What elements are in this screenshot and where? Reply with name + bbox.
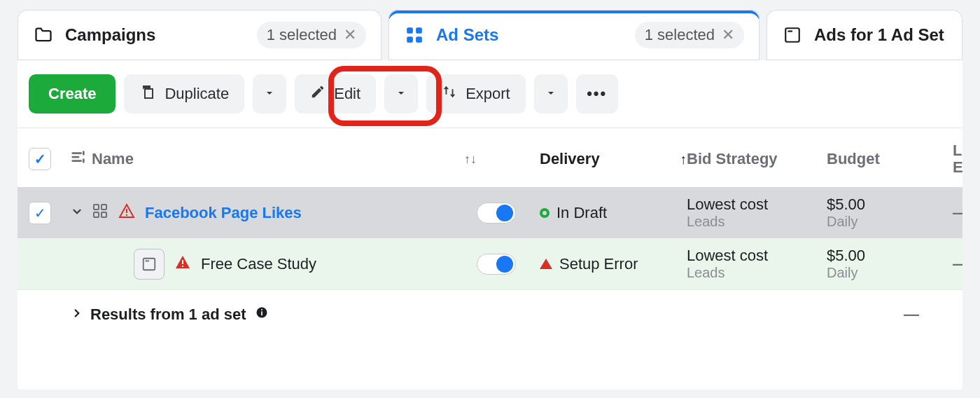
sort-icon[interactable]: ↑↓	[464, 152, 477, 167]
svg-rect-13	[146, 260, 150, 261]
budget-value: $5.00	[827, 247, 953, 265]
delivery-value: In Draft	[556, 204, 607, 222]
svg-rect-6	[94, 205, 99, 210]
results-last-value: —	[904, 306, 953, 324]
delivery-value: Setup Error	[559, 255, 638, 273]
toolbar: Create Duplicate Edit	[18, 74, 962, 128]
duplicate-label: Duplicate	[164, 85, 229, 103]
svg-rect-17	[261, 312, 262, 316]
budget-sub: Daily	[827, 214, 953, 230]
svg-rect-12	[144, 259, 155, 270]
tab-ads-label: Ads for 1 Ad Set	[814, 25, 944, 45]
col-last-edit[interactable]: Last S Edit	[953, 142, 962, 176]
chevron-down-icon[interactable]	[71, 204, 82, 222]
results-label: Results from 1 ad set	[90, 306, 246, 324]
svg-rect-9	[102, 212, 106, 217]
ad-item-icon	[134, 249, 164, 280]
svg-rect-18	[261, 309, 262, 310]
caret-down-icon	[396, 85, 407, 103]
tab-campaigns[interactable]: Campaigns 1 selected ✕	[18, 10, 382, 60]
col-name[interactable]: Name	[92, 150, 134, 168]
bid-value: Lowest cost	[687, 195, 827, 214]
warning-icon	[174, 254, 191, 275]
row-name[interactable]: Facebook Page Likes	[145, 204, 302, 222]
svg-rect-11	[126, 214, 127, 216]
copy-icon	[139, 83, 156, 104]
svg-rect-14	[182, 260, 183, 264]
tab-campaigns-label: Campaigns	[65, 25, 155, 45]
edit-button[interactable]: Edit	[295, 74, 376, 114]
svg-rect-4	[785, 28, 799, 42]
create-label: Create	[48, 85, 96, 103]
campaigns-selected-chip[interactable]: 1 selected ✕	[257, 22, 366, 48]
last-edit-value: —	[953, 255, 962, 273]
edit-dropdown[interactable]	[384, 74, 418, 114]
chip-text: 1 selected	[267, 26, 337, 44]
bid-sub: Leads	[687, 214, 827, 230]
chevron-right-icon[interactable]	[71, 306, 82, 324]
grid-small-icon	[92, 203, 108, 224]
folder-icon	[33, 25, 54, 46]
close-icon[interactable]: ✕	[722, 26, 734, 44]
status-draft-icon	[540, 208, 550, 218]
table-row[interactable]: ✓ Facebook Page Likes I	[18, 187, 962, 238]
svg-rect-1	[416, 27, 422, 34]
level-tabs: Campaigns 1 selected ✕ Ad Sets 1 selecte…	[0, 0, 980, 60]
svg-rect-3	[416, 36, 422, 43]
warning-icon	[118, 203, 135, 224]
svg-rect-2	[407, 36, 413, 43]
tab-adsets[interactable]: Ad Sets 1 selected ✕	[388, 10, 760, 60]
table-header: ✓ Name ↑↓ Delivery ↑ Bid Strategy Budget…	[18, 128, 962, 187]
edit-label: Edit	[334, 85, 360, 103]
col-bid[interactable]: Bid Strategy	[687, 150, 778, 168]
col-delivery[interactable]: Delivery	[540, 150, 600, 168]
col-budget[interactable]: Budget	[827, 150, 880, 168]
svg-rect-15	[182, 266, 183, 267]
export-dropdown[interactable]	[534, 74, 568, 114]
status-error-icon	[540, 259, 552, 269]
ellipsis-icon: •••	[587, 85, 607, 103]
bid-value: Lowest cost	[687, 247, 827, 265]
table-row[interactable]: Free Case Study Setup Error Lowest cost …	[18, 238, 962, 290]
caret-down-icon	[264, 85, 275, 103]
tab-ads[interactable]: Ads for 1 Ad Set	[766, 10, 962, 60]
settings-filter-icon[interactable]	[71, 149, 86, 169]
duplicate-dropdown[interactable]	[253, 74, 286, 114]
adsets-panel: Create Duplicate Edit	[18, 60, 962, 390]
last-edit-value: —	[953, 204, 962, 222]
caret-down-icon	[545, 85, 556, 103]
duplicate-button[interactable]: Duplicate	[124, 74, 244, 114]
budget-value: $5.00	[827, 195, 953, 214]
pencil-icon	[310, 84, 326, 104]
svg-rect-5	[788, 31, 793, 32]
chip-text: 1 selected	[645, 26, 715, 44]
ad-icon	[782, 25, 803, 46]
bid-sub: Leads	[687, 265, 827, 281]
budget-sub: Daily	[827, 265, 953, 281]
svg-rect-8	[94, 212, 99, 217]
svg-rect-10	[126, 209, 127, 213]
results-summary-row[interactable]: Results from 1 ad set —	[18, 290, 962, 332]
select-all-checkbox[interactable]: ✓	[29, 148, 51, 170]
row-toggle[interactable]	[477, 203, 516, 224]
more-button[interactable]: •••	[576, 74, 618, 114]
info-icon[interactable]	[255, 306, 269, 324]
export-button[interactable]: Export	[426, 74, 526, 114]
close-icon[interactable]: ✕	[344, 26, 356, 44]
svg-rect-7	[102, 205, 106, 210]
row-checkbox[interactable]: ✓	[29, 202, 51, 224]
grid-icon	[404, 25, 425, 46]
adsets-selected-chip[interactable]: 1 selected ✕	[635, 22, 744, 48]
sort-asc-icon[interactable]: ↑	[680, 151, 687, 167]
create-button[interactable]: Create	[29, 74, 115, 114]
sort-arrows-icon	[442, 84, 457, 104]
svg-rect-0	[407, 27, 413, 34]
row-toggle[interactable]	[477, 254, 516, 275]
tab-adsets-label: Ad Sets	[436, 25, 498, 45]
row-name[interactable]: Free Case Study	[201, 255, 316, 273]
export-label: Export	[465, 85, 510, 103]
